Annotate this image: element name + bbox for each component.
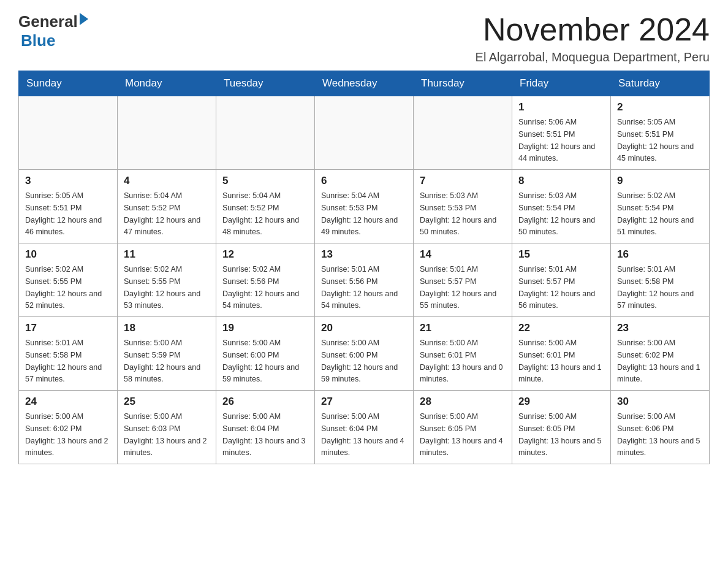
calendar-header: SundayMondayTuesdayWednesdayThursdayFrid… bbox=[19, 71, 710, 96]
day-cell bbox=[19, 96, 118, 170]
day-cell bbox=[216, 96, 315, 170]
day-number: 15 bbox=[518, 248, 604, 261]
day-number: 12 bbox=[222, 248, 308, 261]
header-friday: Friday bbox=[512, 71, 611, 96]
day-number: 27 bbox=[321, 396, 407, 408]
week-row-3: 10Sunrise: 5:02 AMSunset: 5:55 PMDayligh… bbox=[19, 243, 710, 317]
location-subtitle: El Algarrobal, Moquegua Department, Peru bbox=[476, 50, 710, 64]
day-cell: 7Sunrise: 5:03 AMSunset: 5:53 PMDaylight… bbox=[414, 170, 512, 243]
day-number: 9 bbox=[617, 175, 703, 187]
day-info: Sunrise: 5:01 AMSunset: 5:57 PMDaylight:… bbox=[420, 265, 496, 310]
header-tuesday: Tuesday bbox=[216, 71, 315, 96]
day-cell: 20Sunrise: 5:00 AMSunset: 6:00 PMDayligh… bbox=[315, 317, 414, 391]
day-number: 14 bbox=[420, 248, 506, 261]
day-cell: 1Sunrise: 5:06 AMSunset: 5:51 PMDaylight… bbox=[512, 96, 611, 170]
day-number: 18 bbox=[124, 322, 210, 334]
day-info: Sunrise: 5:00 AMSunset: 6:00 PMDaylight:… bbox=[222, 339, 299, 383]
day-cell: 12Sunrise: 5:02 AMSunset: 5:56 PMDayligh… bbox=[216, 243, 315, 317]
day-number: 8 bbox=[518, 175, 604, 187]
logo-arrow-icon bbox=[80, 13, 88, 25]
day-info: Sunrise: 5:00 AMSunset: 6:01 PMDaylight:… bbox=[518, 339, 602, 383]
day-cell: 29Sunrise: 5:00 AMSunset: 6:05 PMDayligh… bbox=[512, 391, 611, 464]
day-cell bbox=[118, 96, 216, 170]
day-number: 10 bbox=[25, 248, 111, 261]
day-cell bbox=[315, 96, 414, 170]
day-cell: 30Sunrise: 5:00 AMSunset: 6:06 PMDayligh… bbox=[611, 391, 710, 464]
day-cell: 24Sunrise: 5:00 AMSunset: 6:02 PMDayligh… bbox=[19, 391, 118, 464]
day-cell: 22Sunrise: 5:00 AMSunset: 6:01 PMDayligh… bbox=[512, 317, 611, 391]
day-number: 25 bbox=[124, 396, 210, 408]
day-number: 11 bbox=[124, 248, 210, 261]
header-wednesday: Wednesday bbox=[315, 71, 414, 96]
day-info: Sunrise: 5:01 AMSunset: 5:58 PMDaylight:… bbox=[617, 265, 694, 310]
day-cell: 15Sunrise: 5:01 AMSunset: 5:57 PMDayligh… bbox=[512, 243, 611, 317]
day-number: 30 bbox=[617, 396, 703, 408]
day-cell: 26Sunrise: 5:00 AMSunset: 6:04 PMDayligh… bbox=[216, 391, 315, 464]
day-number: 5 bbox=[222, 175, 308, 187]
day-info: Sunrise: 5:06 AMSunset: 5:51 PMDaylight:… bbox=[518, 118, 595, 163]
day-number: 6 bbox=[321, 175, 407, 187]
day-info: Sunrise: 5:02 AMSunset: 5:55 PMDaylight:… bbox=[124, 265, 200, 310]
day-number: 16 bbox=[617, 248, 703, 261]
day-cell: 2Sunrise: 5:05 AMSunset: 5:51 PMDaylight… bbox=[611, 96, 710, 170]
day-info: Sunrise: 5:00 AMSunset: 6:06 PMDaylight:… bbox=[617, 412, 700, 457]
day-cell: 3Sunrise: 5:05 AMSunset: 5:51 PMDaylight… bbox=[19, 170, 118, 243]
day-cell: 16Sunrise: 5:01 AMSunset: 5:58 PMDayligh… bbox=[611, 243, 710, 317]
day-cell: 27Sunrise: 5:00 AMSunset: 6:04 PMDayligh… bbox=[315, 391, 414, 464]
day-info: Sunrise: 5:01 AMSunset: 5:58 PMDaylight:… bbox=[25, 339, 102, 383]
day-info: Sunrise: 5:03 AMSunset: 5:54 PMDaylight:… bbox=[518, 191, 595, 236]
day-cell: 6Sunrise: 5:04 AMSunset: 5:53 PMDaylight… bbox=[315, 170, 414, 243]
day-cell: 10Sunrise: 5:02 AMSunset: 5:55 PMDayligh… bbox=[19, 243, 118, 317]
day-info: Sunrise: 5:00 AMSunset: 6:05 PMDaylight:… bbox=[420, 412, 503, 457]
day-info: Sunrise: 5:00 AMSunset: 5:59 PMDaylight:… bbox=[124, 339, 200, 383]
day-cell: 17Sunrise: 5:01 AMSunset: 5:58 PMDayligh… bbox=[19, 317, 118, 391]
day-info: Sunrise: 5:00 AMSunset: 6:04 PMDaylight:… bbox=[222, 412, 306, 457]
day-number: 19 bbox=[222, 322, 308, 334]
day-info: Sunrise: 5:02 AMSunset: 5:56 PMDaylight:… bbox=[222, 265, 299, 310]
day-info: Sunrise: 5:04 AMSunset: 5:53 PMDaylight:… bbox=[321, 191, 398, 236]
day-info: Sunrise: 5:05 AMSunset: 5:51 PMDaylight:… bbox=[617, 118, 694, 163]
day-number: 24 bbox=[25, 396, 111, 408]
day-info: Sunrise: 5:01 AMSunset: 5:57 PMDaylight:… bbox=[518, 265, 595, 310]
day-cell: 11Sunrise: 5:02 AMSunset: 5:55 PMDayligh… bbox=[118, 243, 216, 317]
week-row-5: 24Sunrise: 5:00 AMSunset: 6:02 PMDayligh… bbox=[19, 391, 710, 464]
day-cell: 19Sunrise: 5:00 AMSunset: 6:00 PMDayligh… bbox=[216, 317, 315, 391]
day-cell: 21Sunrise: 5:00 AMSunset: 6:01 PMDayligh… bbox=[414, 317, 512, 391]
header-monday: Monday bbox=[118, 71, 216, 96]
day-cell: 28Sunrise: 5:00 AMSunset: 6:05 PMDayligh… bbox=[414, 391, 512, 464]
week-row-1: 1Sunrise: 5:06 AMSunset: 5:51 PMDaylight… bbox=[19, 96, 710, 170]
header-thursday: Thursday bbox=[414, 71, 512, 96]
day-cell bbox=[414, 96, 512, 170]
day-cell: 9Sunrise: 5:02 AMSunset: 5:54 PMDaylight… bbox=[611, 170, 710, 243]
day-number: 7 bbox=[420, 175, 506, 187]
day-cell: 5Sunrise: 5:04 AMSunset: 5:52 PMDaylight… bbox=[216, 170, 315, 243]
header-sunday: Sunday bbox=[19, 71, 118, 96]
day-info: Sunrise: 5:04 AMSunset: 5:52 PMDaylight:… bbox=[222, 191, 299, 236]
day-info: Sunrise: 5:01 AMSunset: 5:56 PMDaylight:… bbox=[321, 265, 398, 310]
day-info: Sunrise: 5:05 AMSunset: 5:51 PMDaylight:… bbox=[25, 191, 102, 236]
day-number: 13 bbox=[321, 248, 407, 261]
day-cell: 8Sunrise: 5:03 AMSunset: 5:54 PMDaylight… bbox=[512, 170, 611, 243]
month-year-title: November 2024 bbox=[476, 12, 710, 47]
day-info: Sunrise: 5:00 AMSunset: 6:02 PMDaylight:… bbox=[25, 412, 108, 457]
day-cell: 4Sunrise: 5:04 AMSunset: 5:52 PMDaylight… bbox=[118, 170, 216, 243]
day-info: Sunrise: 5:00 AMSunset: 6:00 PMDaylight:… bbox=[321, 339, 398, 383]
day-number: 20 bbox=[321, 322, 407, 334]
day-number: 3 bbox=[25, 175, 111, 187]
week-row-4: 17Sunrise: 5:01 AMSunset: 5:58 PMDayligh… bbox=[19, 317, 710, 391]
day-number: 4 bbox=[124, 175, 210, 187]
logo-general-text: General bbox=[18, 12, 78, 31]
logo: General Blue bbox=[18, 12, 88, 50]
week-row-2: 3Sunrise: 5:05 AMSunset: 5:51 PMDaylight… bbox=[19, 170, 710, 243]
day-info: Sunrise: 5:02 AMSunset: 5:55 PMDaylight:… bbox=[25, 265, 102, 310]
day-info: Sunrise: 5:00 AMSunset: 6:01 PMDaylight:… bbox=[420, 339, 503, 383]
day-number: 1 bbox=[518, 101, 604, 113]
day-info: Sunrise: 5:00 AMSunset: 6:04 PMDaylight:… bbox=[321, 412, 404, 457]
day-cell: 18Sunrise: 5:00 AMSunset: 5:59 PMDayligh… bbox=[118, 317, 216, 391]
day-cell: 23Sunrise: 5:00 AMSunset: 6:02 PMDayligh… bbox=[611, 317, 710, 391]
day-number: 23 bbox=[617, 322, 703, 334]
day-info: Sunrise: 5:00 AMSunset: 6:05 PMDaylight:… bbox=[518, 412, 602, 457]
header-saturday: Saturday bbox=[611, 71, 710, 96]
day-info: Sunrise: 5:00 AMSunset: 6:02 PMDaylight:… bbox=[617, 339, 700, 383]
logo-blue-text: Blue bbox=[21, 31, 88, 50]
